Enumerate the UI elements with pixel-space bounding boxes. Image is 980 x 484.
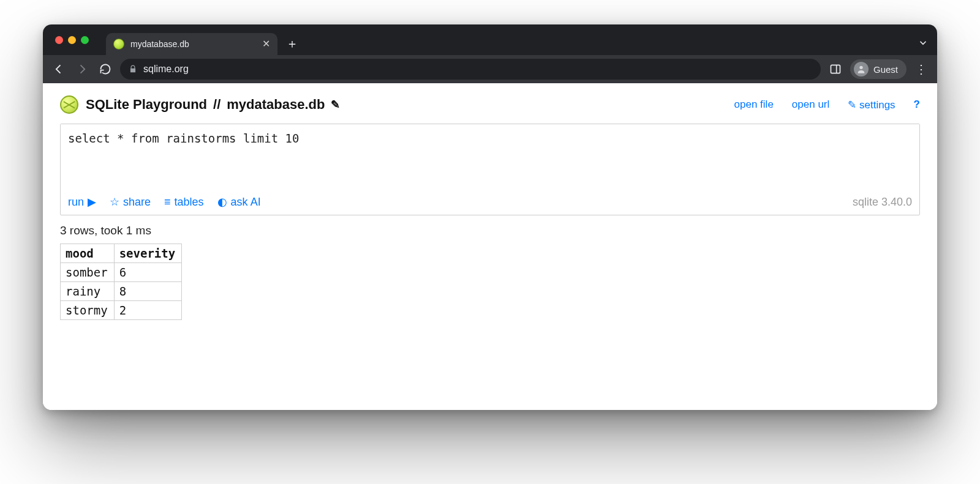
browser-tab[interactable]: mydatabase.db ✕ <box>106 33 277 55</box>
new-tab-button[interactable]: ＋ <box>284 35 301 52</box>
page-content: SQLite Playground // mydatabase.db ✎ ope… <box>43 83 937 410</box>
address-bar[interactable]: sqlime.org <box>120 59 821 80</box>
header-links: open file open url ✎ settings ? <box>734 99 920 111</box>
back-button[interactable] <box>50 61 67 78</box>
table-row: rainy 8 <box>61 282 182 301</box>
run-button[interactable]: run ▶ <box>68 195 96 209</box>
cell: stormy <box>61 301 115 320</box>
open-url-link[interactable]: open url <box>792 99 829 111</box>
lime-logo-icon <box>60 95 78 114</box>
pencil-icon[interactable]: ✎ <box>331 98 340 111</box>
cell: somber <box>61 263 115 282</box>
results-table: mood severity somber 6 rainy 8 stormy 2 <box>60 244 182 320</box>
column-header: mood <box>61 244 115 263</box>
app-name: SQLite Playground <box>86 97 207 113</box>
column-header: severity <box>114 244 182 263</box>
zoom-window-button[interactable] <box>81 36 89 44</box>
page-header: SQLite Playground // mydatabase.db ✎ ope… <box>60 95 920 114</box>
tables-button[interactable]: ≡ tables <box>164 196 204 209</box>
cell: 2 <box>114 301 182 320</box>
cell: rainy <box>61 282 115 301</box>
lime-favicon-icon <box>113 39 124 50</box>
avatar-icon <box>854 62 869 76</box>
minimize-window-button[interactable] <box>68 36 76 44</box>
browser-toolbar: sqlime.org Guest ⋮ <box>43 55 937 83</box>
help-link[interactable]: ? <box>914 99 920 111</box>
sql-editor-panel: run ▶ ☆ share ≡ tables ◐ ask AI sqlite 3… <box>60 124 920 215</box>
table-row: somber 6 <box>61 263 182 282</box>
address-text: sqlime.org <box>143 64 189 75</box>
title-separator: // <box>213 97 221 113</box>
sql-input[interactable] <box>61 124 919 192</box>
table-row: stormy 2 <box>61 301 182 320</box>
editor-toolbar: run ▶ ☆ share ≡ tables ◐ ask AI sqlite 3… <box>61 192 919 215</box>
cell: 8 <box>114 282 182 301</box>
browser-menu-button[interactable]: ⋮ <box>913 62 930 76</box>
play-icon: ▶ <box>88 195 96 209</box>
forward-button[interactable] <box>74 61 91 78</box>
ask-ai-button[interactable]: ◐ ask AI <box>217 195 261 209</box>
star-icon: ☆ <box>110 195 119 209</box>
reload-button[interactable] <box>97 61 114 78</box>
lock-icon <box>129 65 137 73</box>
close-tab-button[interactable]: ✕ <box>262 39 270 49</box>
close-window-button[interactable] <box>55 36 63 44</box>
svg-rect-0 <box>831 65 840 73</box>
globe-icon: ◐ <box>217 195 227 209</box>
tab-title: mydatabase.db <box>130 39 256 49</box>
window-controls <box>55 36 89 44</box>
profile-button[interactable]: Guest <box>850 59 907 79</box>
db-name: mydatabase.db <box>227 97 325 113</box>
settings-link[interactable]: ✎ settings <box>848 99 895 111</box>
share-button[interactable]: ☆ share <box>110 195 151 209</box>
tab-list-button[interactable] <box>918 37 929 48</box>
list-icon: ≡ <box>164 196 171 209</box>
cell: 6 <box>114 263 182 282</box>
profile-label: Guest <box>873 64 898 75</box>
result-status: 3 rows, took 1 ms <box>60 224 920 237</box>
sqlite-version: sqlite 3.40.0 <box>853 196 912 209</box>
side-panel-button[interactable] <box>827 61 844 78</box>
browser-window: mydatabase.db ✕ ＋ sqlime.org <box>43 24 937 410</box>
svg-point-2 <box>859 66 862 69</box>
open-file-link[interactable]: open file <box>734 99 774 111</box>
tab-strip: mydatabase.db ✕ ＋ <box>43 24 937 55</box>
page-title: SQLite Playground // mydatabase.db ✎ <box>86 97 340 113</box>
